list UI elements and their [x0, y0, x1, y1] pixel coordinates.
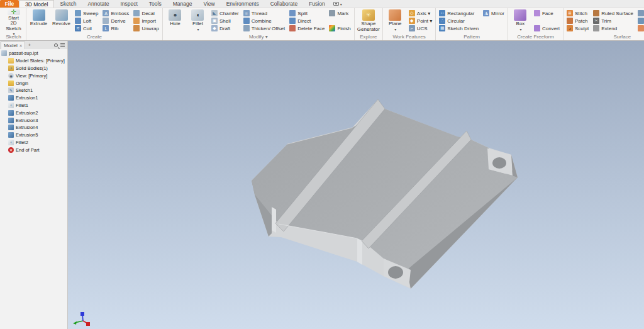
ribbon-group-label-modify[interactable]: Modify ▾ — [165, 33, 352, 40]
button-thicken-offset[interactable]: Thicken/ Offset — [242, 25, 287, 32]
button-coil[interactable]: ≋Coil — [74, 25, 99, 32]
chevron-down-icon: ▾ — [197, 28, 199, 31]
ribbon-group-label-create-freeform[interactable]: Create Freeform — [510, 33, 561, 40]
ribbon-group-label-explore[interactable]: Explore — [357, 33, 380, 40]
menu-tab-tools[interactable]: Tools — [143, 0, 167, 8]
button-axis[interactable]: ◇Axis ▾ — [408, 9, 433, 17]
hole-icon: ● — [169, 9, 181, 21]
button-extend[interactable]: Extend — [592, 25, 635, 32]
button-face[interactable]: Face — [533, 9, 561, 17]
ribbon-display-icon[interactable]: ▾ — [333, 0, 342, 8]
button-derive[interactable]: Derive — [101, 17, 130, 25]
button-ruled-surface[interactable]: Ruled Surface — [592, 9, 635, 17]
button-import[interactable]: Import — [132, 17, 160, 25]
ribbon-group-label-surface[interactable]: Surface — [565, 33, 644, 40]
button-split[interactable]: Split — [288, 9, 326, 17]
menu-icon[interactable] — [60, 43, 65, 47]
ribbon-group-label-sketch[interactable]: Sketch — [3, 33, 24, 40]
viewport-3d[interactable] — [68, 41, 644, 329]
tree-item-view-primary[interactable]: ◉View: [Primary] — [0, 72, 67, 79]
button-start-2d-sketch[interactable]: ✛Start2D Sketch▾ — [3, 9, 24, 33]
button-decal[interactable]: Decal — [132, 9, 160, 17]
part-hole-bottom[interactable] — [388, 266, 403, 279]
button-repair-bodies[interactable]: Repair Bodies — [636, 17, 644, 25]
button-plane[interactable]: Plane▾ — [385, 9, 406, 33]
button-revolve[interactable]: Revolve — [51, 9, 72, 33]
button-extrude[interactable]: Extrude — [28, 9, 49, 33]
button-loft[interactable]: Loft — [74, 17, 99, 25]
button-trim[interactable]: ✂Trim — [592, 17, 635, 25]
button-finish[interactable]: Finish — [328, 25, 352, 32]
tree-item-solid-bodies-1[interactable]: ▪Solid Bodies(1) — [0, 65, 67, 72]
tree-item-extrusion5[interactable]: Extrusion5 — [0, 131, 67, 139]
tree-item-extrusion1[interactable]: Extrusion1 — [0, 94, 67, 102]
button-fit-mesh-face[interactable]: Fit Mesh Face — [636, 25, 644, 32]
button-thread[interactable]: ≡Thread — [242, 9, 287, 17]
button-label-sculpt: Sculpt — [575, 26, 589, 31]
tree-item-fillet2[interactable]: ◖Fillet2 — [0, 139, 67, 147]
add-browser-tab-button[interactable]: + — [25, 42, 33, 48]
file-menu-button[interactable]: File — [0, 0, 19, 8]
button-sweep[interactable]: Sweep — [74, 9, 99, 17]
close-icon[interactable]: × — [19, 43, 23, 48]
fillet-feature-icon: ◖ — [8, 103, 14, 108]
button-emboss[interactable]: AEmboss — [101, 9, 130, 17]
button-patch[interactable]: Patch — [565, 17, 590, 25]
button-sketch-driven[interactable]: ▦Sketch Driven — [438, 25, 480, 32]
ribbon-group-surface: ≣StitchPatch◕SculptRuled Surface✂TrimExt… — [564, 8, 644, 40]
ribbon-group-label-work-features[interactable]: Work Features — [385, 33, 433, 40]
menu-tab-annotate[interactable]: Annotate — [82, 0, 114, 8]
button-point[interactable]: ◆Point ▾ — [408, 17, 433, 25]
tree-item-passat-sup-ipt[interactable]: passat-sup.ipt — [0, 50, 67, 57]
menu-tab-3d-model[interactable]: 3D Model — [19, 0, 54, 8]
button-shell[interactable]: ▣Shell — [210, 17, 240, 25]
menu-tab-manage[interactable]: Manage — [167, 0, 198, 8]
ribbon-group-label-create[interactable]: Create — [28, 33, 160, 40]
button-direct[interactable]: Direct — [288, 17, 326, 25]
button-chamfer[interactable]: ◣Chamfer — [210, 9, 240, 17]
trim-icon: ✂ — [593, 18, 599, 24]
part-3d-view[interactable] — [68, 41, 644, 329]
button-ucs[interactable]: ⌐UCS — [408, 25, 433, 32]
button-label-plane: Plane▾ — [389, 21, 401, 32]
button-shape-generator[interactable]: ☀ShapeGenerator — [357, 9, 380, 33]
ribbon-group-label-pattern[interactable]: Pattern — [438, 33, 506, 40]
button-rectangular[interactable]: ∷Rectangular — [438, 9, 480, 17]
button-combine[interactable]: Combine — [242, 17, 287, 25]
button-unwrap[interactable]: Unwrap — [132, 25, 160, 32]
menu-tab-sketch[interactable]: Sketch — [54, 0, 82, 8]
browser-tab-model[interactable]: Model × — [1, 42, 25, 49]
button-fillet[interactable]: ◖Fillet▾ — [187, 9, 208, 33]
menu-tab-environments[interactable]: Environments — [221, 0, 265, 8]
tree-item-model-states-primary[interactable]: Model States: [Primary] — [0, 57, 67, 65]
button-convert[interactable]: Convert — [533, 25, 561, 32]
tree-item-origin[interactable]: Origin — [0, 79, 67, 87]
button-stitch[interactable]: ≣Stitch — [565, 9, 590, 17]
button-label-shell: Shell — [219, 18, 231, 24]
tree-item-extrusion2[interactable]: Extrusion2 — [0, 109, 67, 116]
button-box[interactable]: Box▾ — [510, 9, 531, 33]
box-icon — [514, 9, 526, 21]
menu-tab-inspect[interactable]: Inspect — [114, 0, 143, 8]
ribbon-group-items-sketch: ✛Start2D Sketch▾ — [3, 8, 24, 33]
menu-tab-fusion[interactable]: Fusion — [303, 0, 331, 8]
tree-item-sketch1[interactable]: ✎Sketch1 — [0, 87, 67, 94]
tree-item-extrusion4[interactable]: Extrusion4 — [0, 124, 67, 131]
tree-item-extrusion3[interactable]: Extrusion3 — [0, 116, 67, 124]
part-top-face[interactable] — [252, 109, 518, 270]
button-sculpt[interactable]: ◕Sculpt — [565, 25, 590, 32]
button-hole[interactable]: ●Hole — [165, 9, 186, 33]
button-replace-face[interactable]: Replace Face — [636, 9, 644, 17]
tree-item-fillet1[interactable]: ◖Fillet1 — [0, 102, 67, 109]
button-draft[interactable]: ◆Draft — [210, 25, 240, 32]
menu-tab-collaborate[interactable]: Collaborate — [265, 0, 303, 8]
button-rib[interactable]: LRib — [101, 25, 130, 32]
search-icon[interactable] — [54, 43, 58, 47]
button-mirror[interactable]: ◮Mirror — [482, 9, 506, 17]
button-mark[interactable]: Mark — [328, 9, 352, 17]
tree-item-end-of-part[interactable]: ✕End of Part — [0, 146, 67, 153]
button-delete-face[interactable]: Delete Face — [288, 25, 326, 32]
button-circular[interactable]: ∴Circular — [438, 17, 480, 25]
part-hole-top[interactable] — [492, 157, 506, 169]
menu-tab-view[interactable]: View — [197, 0, 220, 8]
